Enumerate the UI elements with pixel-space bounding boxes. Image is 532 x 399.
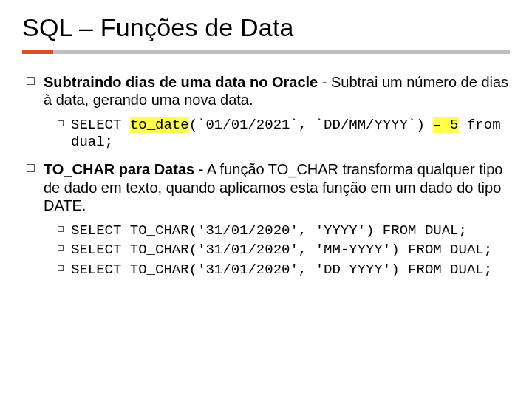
code-text: SELECT bbox=[71, 117, 130, 133]
list-item: SELECT to_date(`01/01/2021`, `DD/MM/YYYY… bbox=[58, 117, 510, 151]
highlight: to_date bbox=[130, 117, 189, 133]
title-rule bbox=[22, 50, 510, 54]
heading: Subtraindo dias de uma data no Oracle bbox=[44, 74, 318, 90]
list-item: SELECT TO_CHAR('31/01/2020', 'YYYY') FRO… bbox=[58, 222, 510, 239]
sub-list: SELECT to_date(`01/01/2021`, `DD/MM/YYYY… bbox=[58, 117, 510, 151]
code-line: SELECT TO_CHAR('31/01/2020', 'YYYY') FRO… bbox=[71, 222, 467, 239]
bullet-icon bbox=[58, 226, 64, 232]
list-item-text: Subtraindo dias de uma data no Oracle - … bbox=[44, 73, 510, 109]
bullet-icon bbox=[58, 265, 64, 271]
content: Subtraindo dias de uma data no Oracle - … bbox=[22, 73, 510, 279]
code-text: (`01/01/2021`, `DD/MM/YYYY`) bbox=[189, 117, 434, 133]
list-item: Subtraindo dias de uma data no Oracle - … bbox=[27, 73, 510, 109]
list-item: SELECT TO_CHAR('31/01/2020', 'DD YYYY') … bbox=[58, 262, 510, 279]
page-title: SQL – Funções de Data bbox=[22, 13, 510, 42]
bullet-icon bbox=[58, 245, 64, 251]
list-item: SELECT TO_CHAR('31/01/2020', 'MM-YYYY') … bbox=[58, 242, 510, 259]
list-item-text: TO_CHAR para Datas - A função TO_CHAR tr… bbox=[44, 160, 510, 214]
bullet-icon bbox=[27, 77, 35, 85]
bullet-icon bbox=[58, 120, 64, 126]
heading: TO_CHAR para Datas bbox=[44, 161, 194, 177]
highlight: – 5 bbox=[433, 117, 458, 133]
bullet-icon bbox=[27, 164, 35, 172]
code-line: SELECT TO_CHAR('31/01/2020', 'DD YYYY') … bbox=[71, 262, 492, 279]
sub-list: SELECT TO_CHAR('31/01/2020', 'YYYY') FRO… bbox=[58, 222, 510, 279]
code-line: SELECT to_date(`01/01/2021`, `DD/MM/YYYY… bbox=[71, 117, 510, 151]
code-line: SELECT TO_CHAR('31/01/2020', 'MM-YYYY') … bbox=[71, 242, 492, 259]
list-item: TO_CHAR para Datas - A função TO_CHAR tr… bbox=[27, 160, 510, 214]
